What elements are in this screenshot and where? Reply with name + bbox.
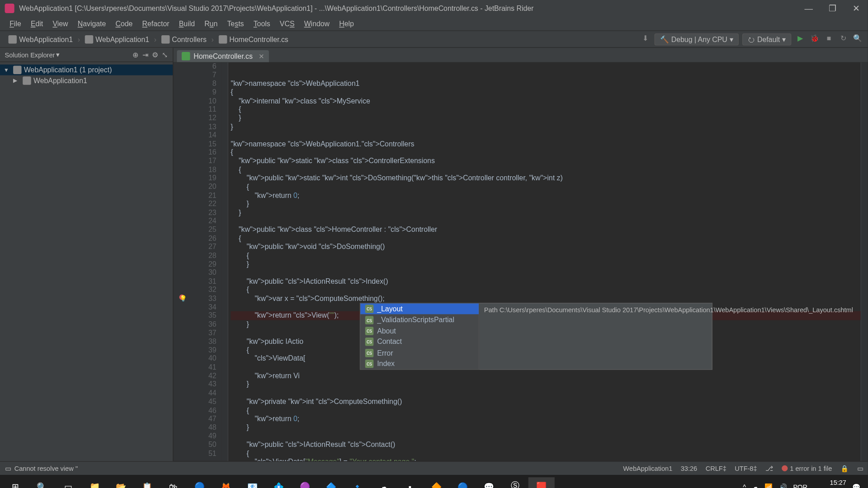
skype-icon[interactable]: Ⓢ bbox=[502, 477, 528, 488]
toolbar: WebApplication1 › WebApplication1 › Cont… bbox=[0, 31, 868, 48]
tray-lang[interactable]: POR bbox=[793, 483, 807, 488]
breadcrumb-folder[interactable]: Controllers bbox=[158, 34, 210, 45]
completion-item[interactable]: csContact bbox=[360, 337, 479, 347]
app-icon bbox=[5, 4, 14, 13]
completion-item[interactable]: cs_Layout bbox=[360, 304, 479, 314]
window-title: WebApplication1 [C:\Users\rperes\Documen… bbox=[19, 4, 533, 13]
menu-file[interactable]: File bbox=[5, 18, 26, 29]
tray-cloud-icon[interactable]: ☁ bbox=[752, 483, 759, 488]
update-button[interactable]: ↻ bbox=[838, 34, 849, 45]
menu-window[interactable]: Window bbox=[299, 18, 335, 29]
app-icon-7[interactable]: 🔵 bbox=[449, 477, 476, 488]
breadcrumb-file[interactable]: HomeController.cs bbox=[215, 34, 292, 45]
status-frame-icon[interactable]: ▭ bbox=[5, 465, 11, 472]
run-config-selector[interactable]: ⭮ Default ▾ bbox=[742, 33, 791, 45]
close-button[interactable]: ✕ bbox=[850, 4, 863, 13]
chrome-icon[interactable]: 🔵 bbox=[186, 477, 212, 488]
tray-notifications-icon[interactable]: 💬 bbox=[852, 483, 861, 488]
menubar: File Edit View Navigate Code Refactor Bu… bbox=[0, 17, 868, 31]
menu-vcs[interactable]: VCS bbox=[275, 18, 299, 29]
breadcrumb-solution[interactable]: WebApplication1 bbox=[5, 34, 76, 45]
code-area[interactable]: 6789101112131415161718192021222324252627… bbox=[173, 62, 868, 461]
close-tab-icon[interactable]: ✕ bbox=[259, 52, 264, 60]
status-message: Cannot resolve view '' bbox=[14, 465, 78, 472]
hide-icon[interactable]: ⤡ bbox=[162, 51, 168, 59]
menu-view[interactable]: View bbox=[48, 18, 73, 29]
rider-taskbar-icon[interactable]: 🟥 bbox=[528, 477, 555, 488]
start-button[interactable]: ⊞ bbox=[2, 477, 28, 488]
taskview-icon[interactable]: ▭ bbox=[55, 477, 81, 488]
app-icon-2[interactable]: 📋 bbox=[134, 477, 160, 488]
completion-item[interactable]: csIndex bbox=[360, 358, 479, 369]
app-icon-1[interactable]: 📂 bbox=[108, 477, 134, 488]
minimize-button[interactable]: — bbox=[802, 4, 815, 13]
app-icon-5[interactable]: ☁ bbox=[371, 477, 397, 488]
menu-run[interactable]: Run bbox=[200, 18, 222, 29]
collapse-all-icon[interactable]: ⇥ bbox=[142, 51, 148, 59]
app-icon-4[interactable]: 🔷 bbox=[318, 477, 344, 488]
configuration-selector[interactable]: 🔨 Debug | Any CPU ▾ bbox=[655, 33, 739, 45]
tray-volume-icon[interactable]: 🔊 bbox=[779, 483, 788, 488]
app-icon-6[interactable]: 🔶 bbox=[423, 477, 449, 488]
menu-refactor[interactable]: Refactor bbox=[137, 18, 174, 29]
completion-doc: Path C:\Users\rperes\Documents\Visual St… bbox=[479, 303, 712, 370]
editor-tab[interactable]: HomeController.cs ✕ bbox=[177, 50, 269, 62]
settings-icon[interactable]: ⚙ bbox=[152, 51, 159, 59]
completion-item[interactable]: cs_ValidationScriptsPartial bbox=[360, 314, 479, 325]
run-button[interactable]: ▶ bbox=[795, 34, 806, 45]
tray-network-icon[interactable]: 📶 bbox=[764, 483, 773, 488]
debug-button[interactable]: 🐞 bbox=[809, 34, 820, 45]
explorer-taskbar-icon[interactable]: 📁 bbox=[81, 477, 108, 488]
scroll-from-source-icon[interactable]: ⊕ bbox=[132, 51, 138, 59]
vscode-icon[interactable]: 🔹 bbox=[344, 477, 370, 488]
menu-navigate[interactable]: Navigate bbox=[73, 18, 111, 29]
menu-code[interactable]: Code bbox=[111, 18, 137, 29]
outlook-icon[interactable]: 📧 bbox=[239, 477, 265, 488]
status-encoding[interactable]: UTF-8‡ bbox=[735, 465, 757, 472]
solution-explorer-title: Solution Explorer bbox=[5, 51, 55, 58]
search-taskbar-icon[interactable]: 🔍 bbox=[28, 477, 55, 488]
csharp-file-icon bbox=[182, 52, 190, 61]
completion-item[interactable]: csAbout bbox=[360, 325, 479, 336]
tray-clock[interactable]: 15:27 28/02/2018 bbox=[813, 479, 846, 488]
breadcrumb-project[interactable]: WebApplication1 bbox=[81, 34, 153, 45]
tree-root[interactable]: ▼ WebApplication1 (1 project) bbox=[0, 65, 173, 75]
firefox-icon[interactable]: 🦊 bbox=[213, 477, 239, 488]
status-memory-icon[interactable]: ▭ bbox=[857, 465, 863, 472]
taskbar: ⊞ 🔍 ▭ 📁 📂 📋 🛍 🔵 🦊 📧 💠 🟣 🔷 🔹 ☁ ▪ 🔶 🔵 💬 Ⓢ … bbox=[0, 475, 868, 488]
completion-popup: cs_Layoutcs_ValidationScriptsPartialcsAb… bbox=[360, 303, 712, 370]
solution-explorer: Solution Explorer ▾ ⊕ ⇥ ⚙ ⤡ ▼ WebApplica… bbox=[0, 48, 173, 461]
menu-build[interactable]: Build bbox=[174, 18, 199, 29]
maximize-button[interactable]: ❐ bbox=[826, 4, 839, 13]
menu-tools[interactable]: Tools bbox=[249, 18, 275, 29]
store-icon[interactable]: 🛍 bbox=[160, 477, 186, 488]
tree-project[interactable]: ▶ WebApplication1 bbox=[0, 75, 173, 86]
status-position[interactable]: 33:26 bbox=[681, 465, 697, 472]
app-icon-3[interactable]: 💠 bbox=[265, 477, 292, 488]
menu-help[interactable]: Help bbox=[335, 18, 359, 29]
menu-edit[interactable]: Edit bbox=[26, 18, 48, 29]
status-eol[interactable]: CRLF‡ bbox=[706, 465, 726, 472]
stop-button[interactable]: ■ bbox=[824, 34, 835, 45]
vs-icon[interactable]: 🟣 bbox=[292, 477, 318, 488]
status-branch-icon[interactable]: ⎇ bbox=[765, 465, 773, 472]
status-errors[interactable]: 1 error in 1 file bbox=[782, 465, 832, 472]
status-project[interactable]: WebApplication1 bbox=[623, 465, 672, 472]
tray-chevron-icon[interactable]: ^ bbox=[743, 483, 746, 488]
menu-tests[interactable]: Tests bbox=[222, 18, 249, 29]
statusbar: ▭ Cannot resolve view '' WebApplication1… bbox=[0, 461, 868, 475]
titlebar: WebApplication1 [C:\Users\rperes\Documen… bbox=[0, 0, 868, 17]
build-icon[interactable]: ⬇ bbox=[640, 34, 651, 45]
app-icon-8[interactable]: 💬 bbox=[476, 477, 502, 488]
search-button[interactable]: 🔍 bbox=[852, 34, 863, 45]
terminal-icon[interactable]: ▪ bbox=[397, 477, 423, 488]
editor: HomeController.cs ✕ 67891011121314151617… bbox=[173, 48, 868, 461]
completion-item[interactable]: csError bbox=[360, 347, 479, 358]
status-lock-icon[interactable]: 🔒 bbox=[840, 465, 849, 472]
